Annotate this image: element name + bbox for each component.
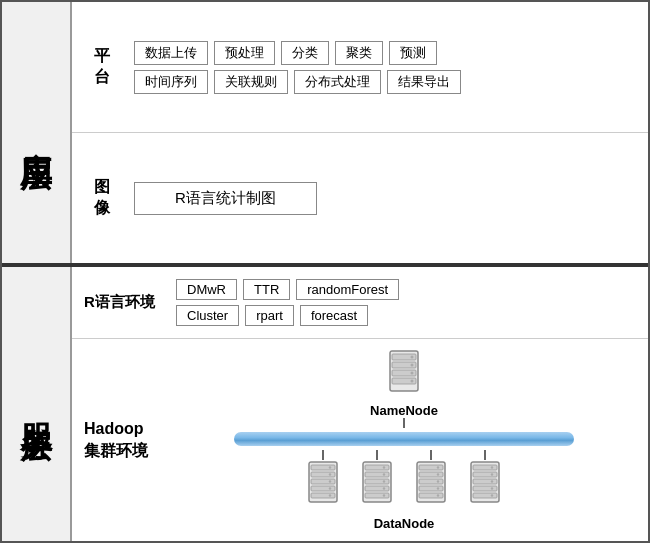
- svg-rect-34: [419, 479, 443, 484]
- tag-timeseries: 时间序列: [134, 70, 208, 94]
- tag-dmwr: DMwR: [176, 279, 237, 300]
- dn-connector-4: [484, 450, 486, 460]
- svg-point-37: [437, 466, 439, 468]
- platform-tags-row1: 数据上传 预处理 分类 聚类 预测: [134, 41, 461, 65]
- datanode-item-2: [355, 450, 399, 512]
- svg-rect-14: [311, 493, 335, 498]
- main-container: 应 用 层 平台 数据上传 预处理 分类 聚类 预测 时间序列: [2, 2, 648, 541]
- service-layer-content: R语言环境 DMwR TTR randomForest Cluster rpar…: [72, 267, 648, 541]
- tag-ttr: TTR: [243, 279, 290, 300]
- svg-rect-25: [365, 493, 389, 498]
- svg-point-6: [410, 364, 413, 367]
- tag-export: 结果导出: [387, 70, 461, 94]
- app-layer-section: 应 用 层 平台 数据上传 预处理 分类 聚类 预测 时间序列: [2, 2, 648, 267]
- image-label: 图像: [84, 177, 120, 219]
- svg-point-16: [329, 473, 331, 475]
- svg-point-7: [410, 372, 413, 375]
- tag-classify: 分类: [281, 41, 329, 65]
- svg-point-17: [329, 480, 331, 482]
- tag-preprocess: 预处理: [214, 41, 275, 65]
- svg-point-50: [491, 480, 493, 482]
- platform-label: 平台: [84, 46, 120, 88]
- svg-rect-22: [365, 472, 389, 477]
- svg-point-26: [383, 466, 385, 468]
- r-env-tags-grid: DMwR TTR randomForest Cluster rpart fore…: [176, 279, 399, 326]
- platform-tags-row2: 时间序列 关联规则 分布式处理 结果导出: [134, 70, 461, 94]
- namenode-label: NameNode: [370, 403, 438, 418]
- svg-rect-46: [473, 486, 497, 491]
- svg-rect-23: [365, 479, 389, 484]
- r-env-tags-row2: Cluster rpart forecast: [176, 305, 399, 326]
- dn-connector-1: [322, 450, 324, 460]
- service-layer-label: 服 务 层: [2, 267, 72, 541]
- r-chart-box: R语言统计制图: [134, 182, 317, 215]
- svg-point-15: [329, 466, 331, 468]
- svg-rect-21: [365, 465, 389, 470]
- network-bar: [234, 432, 574, 446]
- tag-assoc-rules: 关联规则: [214, 70, 288, 94]
- svg-point-51: [491, 487, 493, 489]
- image-row: 图像 R语言统计制图: [72, 133, 648, 263]
- datanode-icon-4: [463, 460, 507, 512]
- datanode-connectors: [301, 450, 507, 512]
- tag-rpart: rpart: [245, 305, 294, 326]
- tag-predict: 预测: [389, 41, 437, 65]
- platform-row: 平台 数据上传 预处理 分类 聚类 预测 时间序列 关联规则 分布式处理 结果导…: [72, 2, 648, 133]
- svg-point-38: [437, 473, 439, 475]
- app-layer-content: 平台 数据上传 预处理 分类 聚类 预测 时间序列 关联规则 分布式处理 结果导…: [72, 2, 648, 263]
- namenode-icon: [382, 349, 426, 401]
- svg-point-41: [437, 494, 439, 496]
- svg-rect-33: [419, 472, 443, 477]
- tag-cluster: 聚类: [335, 41, 383, 65]
- hadoop-row: Hadoop 集群环境: [72, 339, 648, 541]
- platform-tags-grid: 数据上传 预处理 分类 聚类 预测 时间序列 关联规则 分布式处理 结果导出: [134, 41, 461, 94]
- tag-distributed: 分布式处理: [294, 70, 381, 94]
- svg-point-52: [491, 494, 493, 496]
- hadoop-diagram: NameNode: [172, 349, 636, 531]
- svg-rect-44: [473, 472, 497, 477]
- datanode-label: DataNode: [374, 516, 435, 531]
- datanode-icon-2: [355, 460, 399, 512]
- svg-point-48: [491, 466, 493, 468]
- svg-rect-24: [365, 486, 389, 491]
- svg-rect-36: [419, 493, 443, 498]
- svg-rect-11: [311, 472, 335, 477]
- app-layer-label: 应 用 层: [2, 2, 72, 263]
- datanode-icon-1: [301, 460, 345, 512]
- service-layer-section: 服 务 层 R语言环境 DMwR TTR randomForest Cluste…: [2, 267, 648, 541]
- svg-rect-45: [473, 479, 497, 484]
- svg-rect-43: [473, 465, 497, 470]
- svg-rect-32: [419, 465, 443, 470]
- svg-rect-47: [473, 493, 497, 498]
- r-env-tags-row1: DMwR TTR randomForest: [176, 279, 399, 300]
- svg-point-30: [383, 494, 385, 496]
- svg-point-29: [383, 487, 385, 489]
- svg-point-5: [410, 356, 413, 359]
- svg-rect-35: [419, 486, 443, 491]
- svg-point-28: [383, 480, 385, 482]
- namenode-connector: [403, 418, 405, 428]
- svg-point-18: [329, 487, 331, 489]
- svg-point-8: [410, 380, 413, 383]
- hadoop-label: Hadoop 集群环境: [84, 418, 156, 463]
- r-env-label: R语言环境: [84, 293, 156, 312]
- svg-rect-12: [311, 479, 335, 484]
- namenode-wrapper: NameNode: [370, 349, 438, 418]
- svg-point-27: [383, 473, 385, 475]
- r-env-row: R语言环境 DMwR TTR randomForest Cluster rpar…: [72, 267, 648, 339]
- dn-connector-2: [376, 450, 378, 460]
- datanode-item-3: [409, 450, 453, 512]
- datanode-item-1: [301, 450, 345, 512]
- tag-cluster-r: Cluster: [176, 305, 239, 326]
- svg-rect-13: [311, 486, 335, 491]
- svg-point-40: [437, 487, 439, 489]
- svg-point-39: [437, 480, 439, 482]
- datanode-icon-3: [409, 460, 453, 512]
- datanode-item-4: [463, 450, 507, 512]
- tag-forecast: forecast: [300, 305, 368, 326]
- svg-rect-10: [311, 465, 335, 470]
- dn-connector-3: [430, 450, 432, 460]
- svg-point-49: [491, 473, 493, 475]
- tag-randomforest: randomForest: [296, 279, 399, 300]
- tag-data-upload: 数据上传: [134, 41, 208, 65]
